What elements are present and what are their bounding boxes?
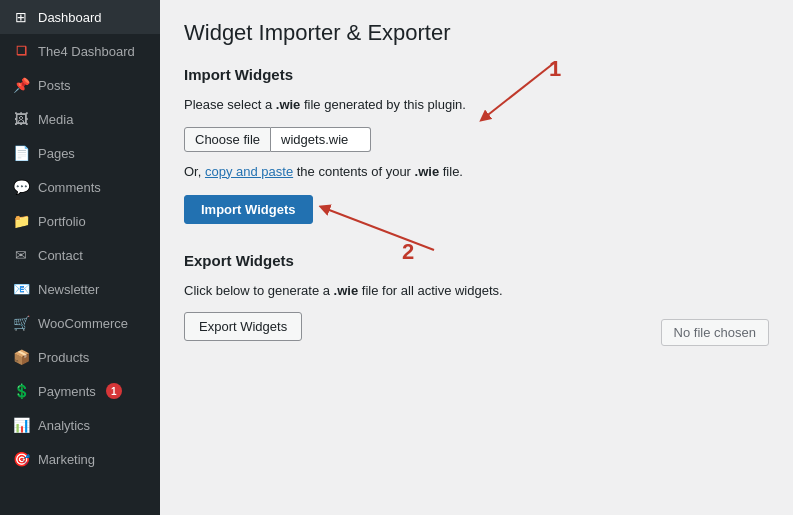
choose-file-button[interactable]: Choose file: [184, 127, 271, 152]
sidebar-item-payments[interactable]: 💲 Payments 1: [0, 374, 160, 408]
file-input-row: Choose file widgets.wie: [184, 127, 769, 152]
import-section-title: Import Widgets: [184, 66, 769, 83]
woocommerce-icon: 🛒: [12, 314, 30, 332]
main-content: Widget Importer & Exporter 1 Import Widg…: [160, 0, 793, 515]
sidebar-item-label: Marketing: [38, 452, 95, 467]
sidebar-item-marketing[interactable]: 🎯 Marketing: [0, 442, 160, 476]
sidebar-item-contact[interactable]: ✉ Contact: [0, 238, 160, 272]
export-row: Export Widgets No file chosen: [184, 312, 769, 353]
media-icon: 🖼: [12, 110, 30, 128]
sidebar-item-the4dashboard[interactable]: ❏ The4 Dashboard: [0, 34, 160, 68]
dashboard-icon: ⊞: [12, 8, 30, 26]
sidebar-item-label: Dashboard: [38, 10, 102, 25]
sidebar: ⊞ Dashboard ❏ The4 Dashboard 📌 Posts 🖼 M…: [0, 0, 160, 515]
sidebar-item-label: WooCommerce: [38, 316, 128, 331]
sidebar-item-newsletter[interactable]: 📧 Newsletter: [0, 272, 160, 306]
import-widgets-button[interactable]: Import Widgets: [184, 195, 313, 224]
sidebar-item-analytics[interactable]: 📊 Analytics: [0, 408, 160, 442]
newsletter-icon: 📧: [12, 280, 30, 298]
products-icon: 📦: [12, 348, 30, 366]
sidebar-item-label: Contact: [38, 248, 83, 263]
import-button-area: Import Widgets 2: [184, 195, 313, 232]
sidebar-item-label: Payments: [38, 384, 96, 399]
sidebar-item-pages[interactable]: 📄 Pages: [0, 136, 160, 170]
sidebar-item-label: Products: [38, 350, 89, 365]
payments-icon: 💲: [12, 382, 30, 400]
file-name-display: widgets.wie: [271, 127, 371, 152]
page-title: Widget Importer & Exporter: [184, 20, 769, 46]
sidebar-item-label: Newsletter: [38, 282, 99, 297]
sidebar-item-label: Portfolio: [38, 214, 86, 229]
sidebar-item-label: Analytics: [38, 418, 90, 433]
annotation-arrow-2: [314, 190, 494, 260]
export-widgets-button[interactable]: Export Widgets: [184, 312, 302, 341]
comments-icon: 💬: [12, 178, 30, 196]
pages-icon: 📄: [12, 144, 30, 162]
analytics-icon: 📊: [12, 416, 30, 434]
sidebar-item-label: Pages: [38, 146, 75, 161]
sidebar-item-woocommerce[interactable]: 🛒 WooCommerce: [0, 306, 160, 340]
sidebar-item-label: The4 Dashboard: [38, 44, 135, 59]
paste-description: Or, copy and paste the contents of your …: [184, 164, 769, 179]
sidebar-item-portfolio[interactable]: 📁 Portfolio: [0, 204, 160, 238]
sidebar-item-products[interactable]: 📦 Products: [0, 340, 160, 374]
svg-line-1: [324, 208, 434, 250]
contact-icon: ✉: [12, 246, 30, 264]
copy-paste-link[interactable]: copy and paste: [205, 164, 293, 179]
import-description: Please select a .wie file generated by t…: [184, 95, 769, 115]
export-section: Export Widgets Click below to generate a…: [184, 252, 769, 354]
export-description: Click below to generate a .wie file for …: [184, 281, 769, 301]
sidebar-item-posts[interactable]: 📌 Posts: [0, 68, 160, 102]
sidebar-item-label: Posts: [38, 78, 71, 93]
import-section: 1 Import Widgets Please select a .wie fi…: [184, 66, 769, 232]
the4-icon: ❏: [12, 42, 30, 60]
no-file-chosen: No file chosen: [661, 319, 769, 346]
sidebar-item-comments[interactable]: 💬 Comments: [0, 170, 160, 204]
payments-badge: 1: [106, 383, 122, 399]
portfolio-icon: 📁: [12, 212, 30, 230]
export-section-title: Export Widgets: [184, 252, 769, 269]
marketing-icon: 🎯: [12, 450, 30, 468]
sidebar-item-label: Media: [38, 112, 73, 127]
posts-icon: 📌: [12, 76, 30, 94]
sidebar-item-label: Comments: [38, 180, 101, 195]
sidebar-item-dashboard[interactable]: ⊞ Dashboard: [0, 0, 160, 34]
sidebar-item-media[interactable]: 🖼 Media: [0, 102, 160, 136]
